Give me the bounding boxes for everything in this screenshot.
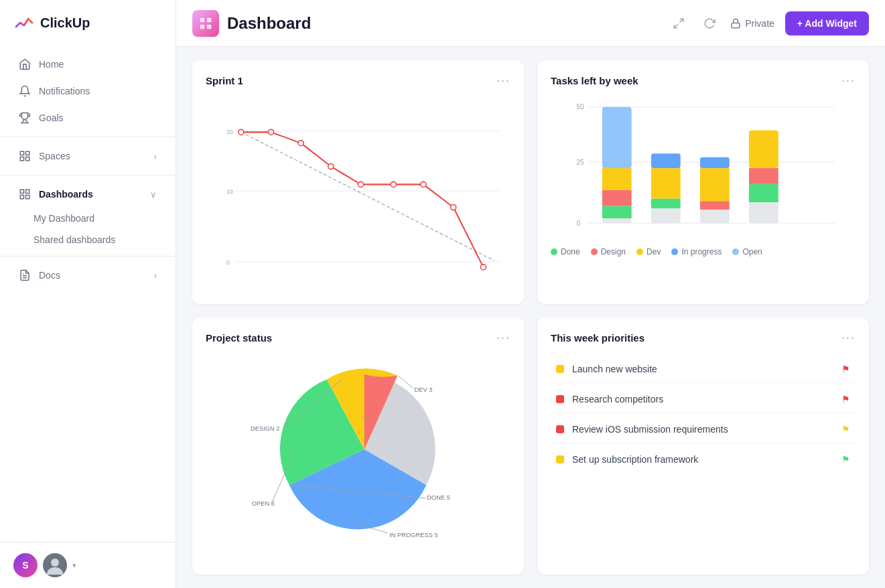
sprint-card-title: Sprint 1	[206, 75, 243, 86]
project-status-title: Project status	[206, 332, 272, 344]
sidebar-item-spaces[interactable]: Spaces ›	[5, 143, 170, 169]
dashboards-icon	[19, 188, 31, 200]
main-nav: Home Notifications Goals Spaces ›	[0, 46, 176, 294]
legend-design-label: Design	[601, 247, 626, 256]
privacy-toggle[interactable]: Private	[730, 18, 774, 29]
svg-point-34	[480, 265, 486, 270]
svg-rect-3	[20, 157, 23, 161]
svg-text:50: 50	[577, 103, 585, 111]
priority-item-4: Set up subscription framework ⚑	[551, 446, 856, 473]
priority-text-2: Research competitors	[572, 394, 663, 405]
sidebar-item-dashboards[interactable]: Dashboards ∨	[5, 181, 170, 207]
dev-dot	[636, 248, 643, 255]
svg-text:10: 10	[226, 188, 233, 195]
svg-rect-2	[26, 157, 29, 161]
sidebar-item-goals[interactable]: Goals	[5, 105, 170, 131]
svg-rect-49	[651, 208, 681, 223]
svg-rect-52	[700, 201, 730, 210]
bar-chart-svg: 50 25 0	[551, 98, 856, 239]
priorities-menu[interactable]: ···	[841, 331, 856, 345]
svg-point-28	[298, 141, 303, 146]
priority-item-3: Review iOS submission requirements ⚑	[551, 416, 856, 443]
tasks-card-menu[interactable]: ···	[841, 74, 856, 88]
sidebar-item-docs[interactable]: Docs ›	[5, 263, 170, 288]
expand-button[interactable]	[669, 13, 689, 33]
svg-rect-51	[700, 168, 730, 201]
svg-line-16	[680, 19, 683, 22]
svg-text:IN PROGRESS 5: IN PROGRESS 5	[389, 532, 438, 538]
page-header: Dashboard Private + Add Widget	[176, 0, 885, 47]
docs-chevron-icon: ›	[154, 271, 157, 281]
priority-left-1: Launch new website	[556, 364, 657, 374]
refresh-button[interactable]	[699, 13, 720, 33]
svg-rect-46	[651, 153, 681, 168]
bell-icon	[19, 85, 31, 97]
sidebar-item-shared-dashboards[interactable]: Shared dashboards	[0, 229, 176, 250]
svg-rect-15	[200, 24, 204, 28]
sprint-card-menu[interactable]: ···	[496, 74, 510, 88]
tasks-card-header: Tasks left by week ···	[551, 74, 856, 88]
priorities-card: This week priorities ··· Launch new webs…	[537, 317, 869, 575]
svg-rect-18	[732, 23, 740, 27]
sprint-card: Sprint 1 ··· 20 10 0	[192, 60, 524, 304]
svg-point-33	[451, 204, 456, 210]
priority-left-3: Review iOS submission requirements	[556, 424, 728, 435]
header-left: Dashboard	[192, 10, 311, 37]
sidebar-item-home[interactable]: Home	[5, 52, 170, 77]
legend-design: Design	[591, 247, 626, 256]
svg-text:0: 0	[226, 259, 230, 266]
shared-dashboards-label: Shared dashboards	[33, 234, 115, 245]
svg-rect-41	[602, 107, 632, 168]
svg-point-27	[268, 129, 273, 135]
svg-rect-14	[207, 24, 211, 28]
svg-rect-1	[26, 151, 29, 155]
docs-label: Docs	[39, 270, 60, 281]
sidebar-item-home-label: Home	[39, 59, 64, 70]
svg-point-32	[421, 181, 426, 187]
legend-in-progress-label: In progress	[681, 247, 722, 256]
sidebar-user-area[interactable]: S ▾	[0, 542, 176, 588]
project-status-card: Project status ···	[192, 317, 524, 575]
legend-in-progress: In progress	[671, 247, 722, 256]
svg-rect-5	[26, 190, 29, 193]
svg-rect-50	[700, 157, 730, 168]
bar-legend: Done Design Dev In progress	[551, 247, 856, 256]
svg-text:DESIGN 2: DESIGN 2	[251, 425, 280, 432]
svg-rect-12	[200, 17, 204, 21]
logo-area: ClickUp	[0, 0, 176, 46]
design-dot	[591, 248, 598, 255]
svg-text:DONE 5: DONE 5	[427, 494, 450, 501]
svg-rect-44	[602, 206, 632, 218]
divider-2	[0, 175, 176, 175]
priority-text-3: Review iOS submission requirements	[572, 424, 728, 435]
svg-rect-7	[20, 196, 23, 199]
svg-rect-6	[26, 196, 29, 199]
grid-icon	[198, 16, 213, 31]
project-status-menu[interactable]: ···	[496, 331, 510, 345]
refresh-icon	[703, 17, 716, 29]
in-progress-dot	[671, 248, 678, 255]
svg-rect-42	[602, 168, 632, 190]
private-label: Private	[745, 18, 774, 29]
sprint-chart-svg: 20 10 0	[206, 98, 510, 273]
spaces-chevron-icon: ›	[154, 151, 157, 161]
priorities-card-header: This week priorities ···	[551, 331, 856, 345]
project-status-card-header: Project status ···	[206, 331, 510, 345]
sidebar-item-notifications[interactable]: Notifications	[5, 78, 170, 104]
legend-dev: Dev	[636, 247, 661, 256]
sidebar: ClickUp Home Notifications Goals	[0, 0, 176, 588]
add-widget-button[interactable]: + Add Widget	[785, 11, 869, 35]
sprint-card-header: Sprint 1 ···	[206, 74, 510, 88]
svg-point-30	[358, 181, 364, 187]
user-dropdown-icon: ▾	[72, 561, 76, 570]
app-name: ClickUp	[40, 15, 90, 31]
priority-left-4: Set up subscription framework	[556, 454, 698, 465]
done-dot	[551, 248, 557, 255]
divider-1	[0, 137, 176, 137]
sidebar-item-notifications-label: Notifications	[39, 86, 90, 96]
priority-flag-3: ⚑	[841, 424, 850, 435]
bar-chart-area: 50 25 0	[551, 98, 856, 273]
dashboards-label: Dashboards	[39, 189, 93, 200]
sidebar-item-my-dashboard[interactable]: My Dashboard	[0, 208, 176, 229]
svg-rect-4	[20, 190, 23, 193]
